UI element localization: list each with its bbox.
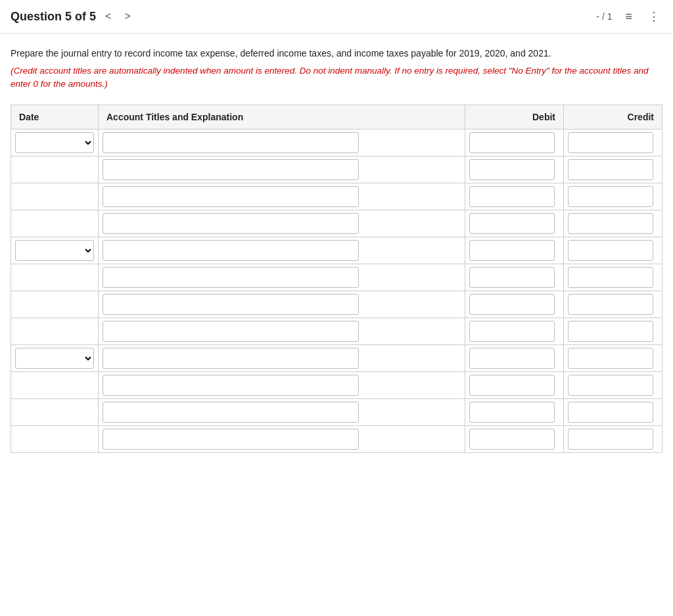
account-cell-2-3 [99,291,465,318]
list-icon: ≡ [625,10,632,23]
account-cell-3-2 [99,371,465,398]
date-cell-empty-2-2 [11,264,99,291]
account-cell-3-3 [99,398,465,425]
date-cell-empty-3-3 [11,398,99,425]
debit-input-2-2[interactable] [469,267,555,288]
debit-cell-1-2 [465,156,564,183]
header-right: - / 1 ≡ ⋮ [596,7,662,26]
credit-input-2-3[interactable] [568,294,653,315]
debit-input-3-3[interactable] [469,402,555,423]
credit-cell-3-4 [564,425,662,452]
list-icon-button[interactable]: ≡ [622,7,635,26]
account-cell-3-4 [99,425,465,452]
account-input-2-2[interactable] [103,267,359,288]
more-icon: ⋮ [648,10,660,23]
credit-input-1-4[interactable] [568,213,653,234]
date-cell-2: 2019 2020 2021 [11,237,99,264]
debit-input-1-1[interactable] [469,132,555,153]
prev-button[interactable]: < [101,8,115,25]
account-cell-1-1 [99,129,465,156]
table-row [11,264,662,291]
debit-cell-2-1 [465,237,564,264]
credit-cell-3-1 [564,344,662,371]
date-select-3[interactable]: 2019 2020 2021 [15,348,94,369]
table-row [11,318,662,344]
table-row [11,398,662,425]
credit-cell-2-3 [564,291,662,318]
credit-input-1-3[interactable] [568,186,653,207]
date-cell-empty-3-2 [11,371,99,398]
debit-input-2-3[interactable] [469,294,555,315]
header-debit: Debit [465,105,564,129]
debit-input-1-4[interactable] [469,213,555,234]
instructions: Prepare the journal entry to record inco… [11,47,662,91]
question-title: Question 5 of 5 [11,10,96,24]
date-select-2[interactable]: 2019 2020 2021 [15,240,94,261]
credit-cell-1-3 [564,183,662,210]
debit-cell-2-4 [465,318,564,344]
debit-input-3-1[interactable] [469,348,555,369]
debit-cell-1-3 [465,183,564,210]
header-left: Question 5 of 5 < > [11,8,596,25]
account-cell-1-4 [99,210,465,237]
table-row: 2019 2020 2021 [11,344,662,371]
credit-input-3-4[interactable] [568,429,653,450]
journal-table: Date Account Titles and Explanation Debi… [11,105,662,453]
debit-cell-2-3 [465,291,564,318]
credit-cell-1-4 [564,210,662,237]
account-input-1-3[interactable] [103,186,359,207]
credit-input-2-2[interactable] [568,267,653,288]
debit-input-3-2[interactable] [469,375,555,396]
header-date: Date [11,105,99,129]
debit-input-2-4[interactable] [469,321,555,342]
table-row [11,291,662,318]
account-cell-2-1 [99,237,465,264]
more-options-button[interactable]: ⋮ [645,7,662,26]
account-input-1-4[interactable] [103,213,359,234]
account-input-3-4[interactable] [103,429,359,450]
page-indicator: - / 1 [596,11,612,22]
header-credit: Credit [564,105,662,129]
credit-input-3-1[interactable] [568,348,653,369]
credit-input-2-4[interactable] [568,321,653,342]
date-cell-empty-1-3 [11,183,99,210]
table-row [11,183,662,210]
account-input-1-1[interactable] [103,132,359,153]
date-cell-3: 2019 2020 2021 [11,344,99,371]
credit-input-1-2[interactable] [568,159,653,180]
debit-cell-1-1 [465,129,564,156]
date-cell-empty-3-4 [11,425,99,452]
account-input-2-3[interactable] [103,294,359,315]
table-row [11,210,662,237]
table-row [11,156,662,183]
credit-cell-2-1 [564,237,662,264]
date-cell-empty-2-3 [11,291,99,318]
credit-input-3-3[interactable] [568,402,653,423]
account-input-2-1[interactable] [103,240,359,261]
credit-input-3-2[interactable] [568,375,653,396]
next-button[interactable]: > [120,8,134,25]
account-input-1-2[interactable] [103,159,359,180]
table-header-row: Date Account Titles and Explanation Debi… [11,105,662,129]
credit-cell-2-4 [564,318,662,344]
account-input-3-2[interactable] [103,375,359,396]
debit-input-1-3[interactable] [469,186,555,207]
date-cell-1: 2019 2020 2021 [11,129,99,156]
credit-input-1-1[interactable] [568,132,653,153]
date-select-1[interactable]: 2019 2020 2021 [15,132,94,153]
debit-cell-3-4 [465,425,564,452]
debit-input-3-4[interactable] [469,429,555,450]
debit-input-1-2[interactable] [469,159,555,180]
table-row: 2019 2020 2021 [11,129,662,156]
main-content: Prepare the journal entry to record inco… [0,34,673,466]
table-row [11,371,662,398]
debit-cell-3-1 [465,344,564,371]
debit-input-2-1[interactable] [469,240,555,261]
header: Question 5 of 5 < > - / 1 ≡ ⋮ [0,0,673,34]
account-input-3-3[interactable] [103,402,359,423]
account-input-2-4[interactable] [103,321,359,342]
account-input-3-1[interactable] [103,348,359,369]
account-cell-1-3 [99,183,465,210]
credit-input-2-1[interactable] [568,240,653,261]
date-cell-empty-1-4 [11,210,99,237]
